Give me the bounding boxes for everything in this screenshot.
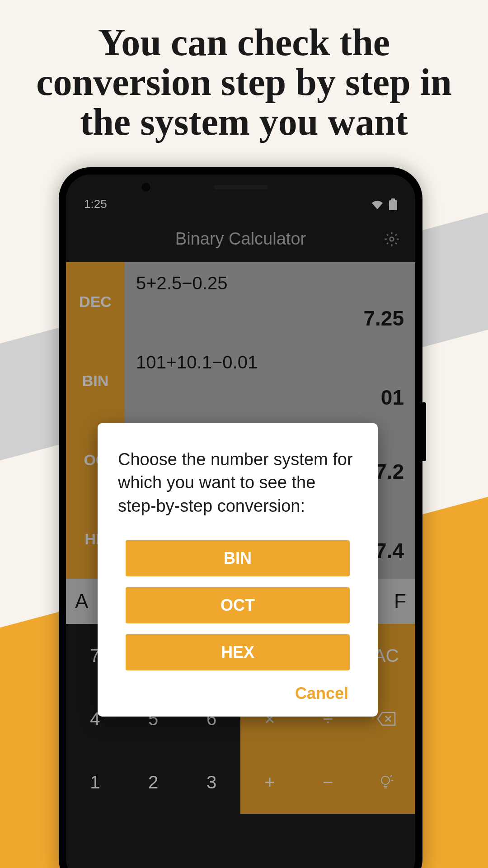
- dialog-cancel-button[interactable]: Cancel: [118, 684, 357, 703]
- system-choice-dialog: Choose the number system for which you w…: [98, 423, 378, 717]
- dialog-title: Choose the number system for which you w…: [118, 448, 357, 518]
- phone-frame: 1:25 Binary Calculator DEC: [59, 167, 422, 868]
- promo-headline: You can check the conversion step by ste…: [0, 0, 488, 142]
- phone-screen: 1:25 Binary Calculator DEC: [66, 175, 415, 868]
- phone-side-button: [422, 402, 426, 461]
- dialog-option-bin[interactable]: BIN: [126, 540, 350, 576]
- dialog-option-oct[interactable]: OCT: [126, 587, 350, 623]
- dialog-option-hex[interactable]: HEX: [126, 634, 350, 670]
